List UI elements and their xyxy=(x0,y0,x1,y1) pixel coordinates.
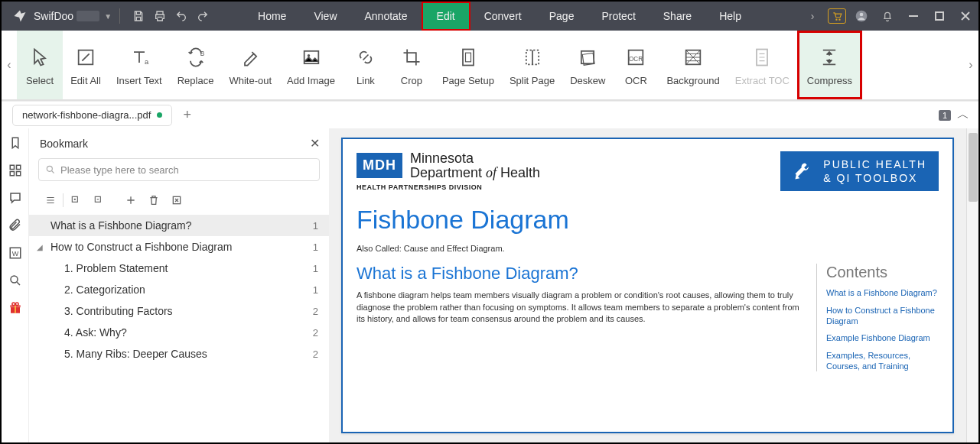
ocr-icon: OCR xyxy=(623,44,649,70)
new-tab-button[interactable]: + xyxy=(180,104,194,126)
scrollbar-thumb[interactable] xyxy=(969,133,978,202)
bookmark-item[interactable]: 1. Problem Statement1 xyxy=(29,258,329,279)
print-icon[interactable] xyxy=(149,5,171,27)
bookmark-search-input[interactable]: Please type here to search xyxy=(38,158,320,181)
edit-icon xyxy=(73,44,99,70)
bookmark-panel: Bookmark ✕ Please type here to search Wh… xyxy=(29,128,329,442)
ribbon-scroll-left[interactable]: ‹ xyxy=(2,31,17,99)
search-placeholder: Please type here to search xyxy=(60,164,179,176)
compress-icon xyxy=(816,44,842,70)
search-icon[interactable] xyxy=(7,272,24,289)
mdh-line2: Department of Health xyxy=(410,166,540,180)
ribbon-crop[interactable]: Crop xyxy=(389,31,435,99)
mdh-logo: MDH xyxy=(357,153,402,178)
svg-rect-2 xyxy=(909,15,918,17)
bell-icon[interactable] xyxy=(874,2,900,31)
menu-home[interactable]: Home xyxy=(244,2,300,31)
ribbon-replace[interactable]: BReplace xyxy=(170,31,222,99)
bookmark-item[interactable]: ◢How to Construct a Fishbone Diagram1 xyxy=(29,236,329,258)
bookmark-icon[interactable] xyxy=(7,134,24,151)
background-icon xyxy=(680,44,706,70)
svg-rect-10 xyxy=(465,53,470,62)
save-icon[interactable] xyxy=(128,5,149,27)
split-icon xyxy=(519,44,545,70)
svg-rect-19 xyxy=(16,165,20,169)
menu-view[interactable]: View xyxy=(300,2,350,31)
close-icon[interactable] xyxy=(952,2,978,31)
svg-point-29 xyxy=(15,303,18,306)
cart-icon[interactable] xyxy=(828,8,846,24)
bookmark-item[interactable]: 3. Contributing Factors2 xyxy=(29,300,329,322)
svg-point-24 xyxy=(11,276,18,283)
menu-share[interactable]: Share xyxy=(650,2,705,31)
add-bookmark-icon[interactable] xyxy=(120,190,142,210)
expand-icon[interactable] xyxy=(65,190,86,210)
mdh-line1: Minnesota xyxy=(410,151,540,166)
panel-close-icon[interactable]: ✕ xyxy=(310,136,320,151)
search-icon xyxy=(45,164,56,175)
tools-icon xyxy=(793,160,814,182)
document-tab[interactable]: network-fishbone-diagra...pdf xyxy=(12,105,172,126)
ribbon-deskew[interactable]: Deskew xyxy=(562,31,613,99)
bookmark-item[interactable]: 5. Many Ribs: Deeper Causes2 xyxy=(29,343,329,365)
ribbon-background[interactable]: Background xyxy=(659,31,727,99)
left-rail: W xyxy=(2,128,29,442)
doc-title: Fishbone Diagram xyxy=(357,205,939,235)
menu-convert[interactable]: Convert xyxy=(470,2,536,31)
modified-dot-icon xyxy=(157,112,162,118)
dropdown-icon[interactable]: ▼ xyxy=(104,12,112,21)
ribbon-edit-all[interactable]: Edit All xyxy=(63,31,109,99)
ribbon-compress[interactable]: Compress xyxy=(797,31,862,99)
main-menu: HomeViewAnnotateEditConvertPageProtectSh… xyxy=(244,2,755,31)
attachment-icon[interactable] xyxy=(7,217,24,234)
ribbon-extract-toc[interactable]: Extract TOC xyxy=(728,31,797,99)
collapse-ribbon-icon[interactable]: ︿ xyxy=(957,107,969,123)
hpd-label: HEALTH PARTNERSHIPS DIVISION xyxy=(357,183,540,191)
menu-page[interactable]: Page xyxy=(536,2,588,31)
svg-text:OCR: OCR xyxy=(629,55,643,62)
ribbon-white-out[interactable]: White-out xyxy=(221,31,279,99)
menu-protect[interactable]: Protect xyxy=(588,2,649,31)
menu-annotate[interactable]: Annotate xyxy=(351,2,422,31)
chevron-right-icon[interactable]: › xyxy=(799,2,825,31)
contents-link: Example Fishbone Diagram xyxy=(826,332,939,343)
collapse-icon[interactable] xyxy=(88,190,109,210)
menu-help[interactable]: Help xyxy=(705,2,755,31)
bookmark-item[interactable]: 4. Ask: Why?2 xyxy=(29,322,329,343)
ribbon-split-page[interactable]: Split Page xyxy=(502,31,562,99)
ribbon-ocr[interactable]: OCROCR xyxy=(613,31,659,99)
redo-icon[interactable] xyxy=(192,5,213,27)
svg-point-28 xyxy=(11,303,15,306)
bookmark-item[interactable]: 2. Categorization1 xyxy=(29,279,329,300)
whiteout-icon xyxy=(237,44,263,70)
delete-all-icon[interactable] xyxy=(166,190,187,210)
user-icon[interactable] xyxy=(848,2,874,31)
undo-icon[interactable] xyxy=(171,5,192,27)
gift-icon[interactable] xyxy=(7,300,24,316)
svg-point-30 xyxy=(47,166,52,171)
word-icon[interactable]: W xyxy=(7,245,24,261)
doc-subtitle: Also Called: Cause and Effect Diagram. xyxy=(357,244,939,253)
delete-bookmark-icon[interactable] xyxy=(143,190,164,210)
list-menu-icon[interactable] xyxy=(40,190,61,210)
menu-edit[interactable]: Edit xyxy=(422,2,470,31)
document-viewer: MDH Minnesota Department of Health HEALT… xyxy=(329,128,978,442)
bookmark-list: What is a Fishbone Diagram?1◢How to Cons… xyxy=(29,215,329,442)
pagesetup-icon xyxy=(455,44,481,70)
ribbon-insert-text[interactable]: aInsert Text xyxy=(109,31,170,99)
thumbnails-icon[interactable] xyxy=(7,162,24,179)
comment-icon[interactable] xyxy=(7,190,24,206)
svg-rect-27 xyxy=(15,305,16,313)
ribbon-add-image[interactable]: Add Image xyxy=(279,31,343,99)
ribbon-link[interactable]: Link xyxy=(343,31,389,99)
app-logo-icon xyxy=(12,8,28,24)
ribbon-select[interactable]: Select xyxy=(17,31,63,99)
ribbon-page-setup[interactable]: Page Setup xyxy=(435,31,502,99)
bookmark-item[interactable]: What is a Fishbone Diagram?1 xyxy=(29,215,329,236)
vertical-scrollbar[interactable] xyxy=(966,128,978,442)
minimize-icon[interactable] xyxy=(900,2,926,31)
toolbox-badge: PUBLIC HEALTH& QI TOOLBOX xyxy=(780,151,939,191)
svg-rect-18 xyxy=(10,165,14,169)
maximize-icon[interactable] xyxy=(926,2,952,31)
ribbon-scroll-right[interactable]: › xyxy=(963,31,978,99)
